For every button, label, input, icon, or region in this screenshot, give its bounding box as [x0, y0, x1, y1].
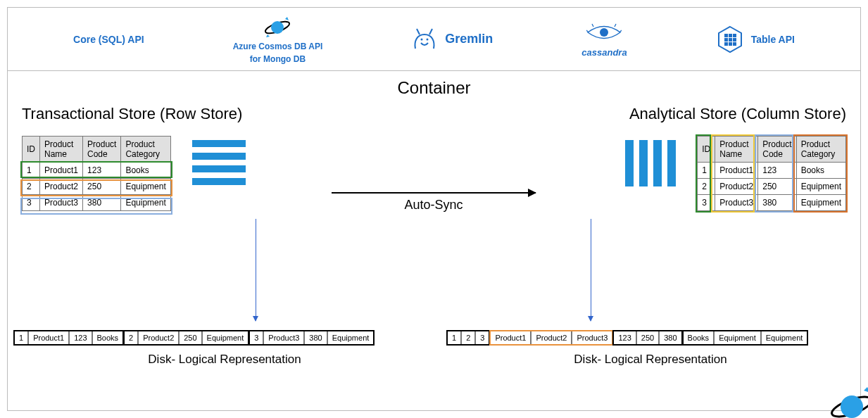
seg-group-row2: 2 Product2 250 Equipment	[123, 330, 249, 346]
pointer-left	[256, 219, 256, 321]
table-hex-icon	[716, 27, 744, 51]
pointer-right	[591, 219, 591, 321]
bar	[192, 165, 246, 172]
svg-point-18	[841, 395, 863, 418]
transactional-table-wrap: ID Product Name Product Code Product Cat…	[22, 136, 171, 211]
table-row: 2 Product2 250 Equipment	[23, 179, 171, 195]
cosmos-planet-icon	[825, 383, 868, 418]
api-cosmos-mongo-label1: Azure Cosmos DB API	[233, 42, 323, 51]
disk-strip-right: 1 2 3 Product1 Product2 Product3 123 250…	[446, 330, 855, 346]
disk-strip-right-wrap: 1 2 3 Product1 Product2 Product3 123 250…	[446, 324, 855, 367]
api-header: Core (SQL) API Azure Cosmos DB API for M…	[8, 8, 860, 71]
cassandra-eye-icon	[586, 20, 622, 44]
gremlin-icon	[411, 27, 438, 51]
table-row: 3 Product3 380 Equipment	[698, 195, 846, 211]
table-row: 1 Product1 123 Books	[23, 163, 171, 179]
svg-marker-3	[266, 34, 270, 37]
api-cosmos-mongo-label2: for Mongo DB	[250, 54, 306, 64]
analytical-table: ID Product Name Product Code Product Cat…	[697, 136, 846, 211]
th-code: Product Code	[758, 137, 796, 163]
bar	[639, 140, 648, 186]
disk-strip-left-wrap: 1 Product1 123 Books 2 Product2 250 Equi…	[13, 324, 436, 367]
th-category: Product Category	[121, 137, 170, 163]
svg-point-6	[600, 28, 608, 37]
table-row: 2 Product2 250 Equipment	[698, 179, 846, 195]
svg-marker-2	[285, 17, 289, 20]
th-name: Product Name	[40, 137, 83, 163]
svg-rect-16	[733, 42, 736, 46]
api-gremlin-label: Gremlin	[445, 32, 493, 46]
api-table-label: Table API	[751, 34, 795, 45]
svg-rect-10	[733, 34, 736, 37]
svg-rect-14	[724, 42, 728, 46]
bar	[192, 178, 246, 185]
th-id: ID	[698, 137, 715, 163]
seg-group-row3: 3 Product3 380 Equipment	[249, 330, 375, 346]
api-table: Table API	[716, 27, 795, 51]
table-row: 1 Product1 123 Books	[698, 163, 846, 179]
api-cassandra-label: cassandra	[581, 47, 627, 58]
bar	[192, 140, 246, 147]
auto-sync-label: Auto-Sync	[317, 198, 550, 213]
disk-label-right: Disk- Logical Representation	[446, 353, 855, 367]
seg-group-ids: 1 2 3	[446, 330, 490, 346]
disk-label-left: Disk- Logical Representation	[13, 353, 436, 367]
table-row: 3 Product3 380 Equipment	[23, 195, 171, 211]
svg-rect-9	[729, 34, 732, 37]
bar	[667, 140, 676, 186]
svg-point-4	[421, 38, 423, 40]
api-gremlin: Gremlin	[411, 27, 493, 51]
bar	[625, 140, 634, 186]
api-core-sql: Core (SQL) API	[73, 34, 144, 45]
diagram-root: Core (SQL) API Azure Cosmos DB API for M…	[7, 7, 861, 411]
svg-marker-19	[864, 387, 868, 393]
seg-group-names: Product1 Product2 Product3	[489, 330, 613, 346]
arrow-icon	[332, 192, 536, 194]
analytical-title: Analytical Store (Column Store)	[452, 105, 846, 123]
seg-group-categories: Books Equipment Equipment	[682, 330, 809, 346]
th-id: ID	[23, 137, 40, 163]
svg-point-5	[427, 38, 429, 40]
svg-rect-11	[724, 38, 728, 42]
analytical-table-wrap: ID Product Name Product Code Product Cat…	[697, 136, 846, 211]
seg-group-codes: 123 250 380	[612, 330, 682, 346]
container-title: Container	[8, 78, 860, 98]
svg-rect-12	[729, 38, 732, 42]
svg-rect-15	[729, 42, 732, 46]
auto-sync: Auto-Sync	[317, 192, 550, 213]
svg-point-1	[271, 21, 284, 34]
row-bars-icon	[192, 140, 246, 185]
disk-strip-left: 1 Product1 123 Books 2 Product2 250 Equi…	[13, 330, 436, 346]
transactional-title: Transactional Store (Row Store)	[22, 105, 416, 123]
cosmos-planet-icon	[263, 15, 291, 39]
th-category: Product Category	[796, 137, 845, 163]
api-core-sql-label: Core (SQL) API	[73, 34, 144, 45]
transactional-table: ID Product Name Product Code Product Cat…	[22, 136, 171, 211]
th-code: Product Code	[83, 137, 121, 163]
api-cassandra: cassandra	[581, 20, 627, 58]
api-cosmos-mongo: Azure Cosmos DB API for Mongo DB	[233, 15, 323, 64]
svg-rect-8	[724, 34, 728, 37]
seg-group-row1: 1 Product1 123 Books	[13, 330, 124, 346]
bar	[653, 140, 662, 186]
svg-rect-13	[733, 38, 736, 42]
bar	[192, 153, 246, 160]
th-name: Product Name	[715, 137, 758, 163]
col-bars-icon	[625, 140, 676, 186]
